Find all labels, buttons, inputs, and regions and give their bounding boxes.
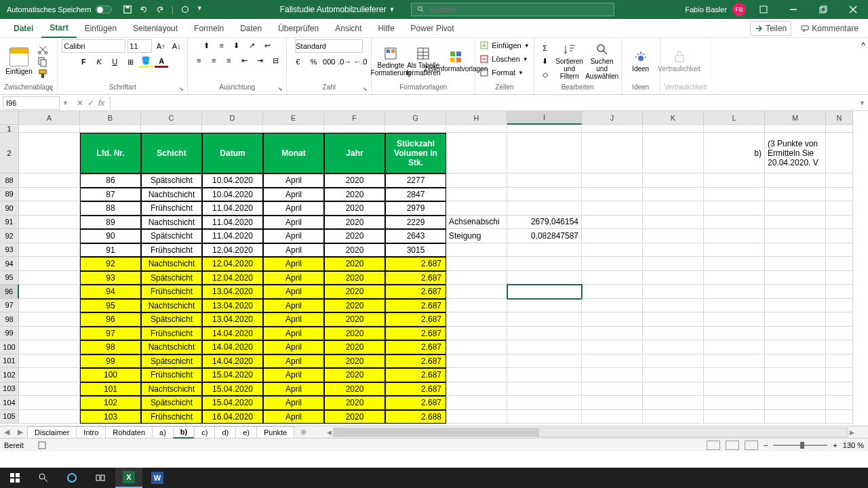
cell[interactable] xyxy=(765,243,826,258)
font-color-button[interactable]: A xyxy=(155,56,168,68)
number-launcher[interactable]: ⬊ xyxy=(363,86,370,93)
cell[interactable] xyxy=(643,243,704,258)
find-select-button[interactable]: Suchen und Auswählen xyxy=(587,41,617,82)
cell[interactable] xyxy=(507,133,582,174)
cell[interactable] xyxy=(765,327,826,341)
cell[interactable]: 2020 xyxy=(324,354,385,369)
cell[interactable] xyxy=(582,125,643,133)
cell[interactable] xyxy=(446,125,507,133)
copy-icon[interactable] xyxy=(37,56,49,67)
cell[interactable]: April xyxy=(263,257,324,271)
cell[interactable]: April xyxy=(263,271,324,285)
cell[interactable] xyxy=(582,312,643,327)
cell[interactable]: 14.04.2020 xyxy=(202,327,263,341)
cell[interactable] xyxy=(507,174,582,188)
cell[interactable] xyxy=(582,133,643,174)
cell[interactable]: Nachtschicht xyxy=(141,216,202,230)
col-header-J[interactable]: J xyxy=(582,111,643,125)
cell[interactable]: Spätschicht xyxy=(141,354,202,369)
cell[interactable] xyxy=(826,125,853,133)
cell[interactable]: 2020 xyxy=(324,188,385,202)
cell[interactable]: 98 xyxy=(80,340,141,354)
cell[interactable] xyxy=(19,312,80,327)
wrap-text-icon[interactable]: ↩ xyxy=(261,39,275,52)
cell[interactable] xyxy=(826,354,853,369)
row-header[interactable]: 1 xyxy=(0,125,19,133)
delete-cells-button[interactable]: Löschen▼ xyxy=(479,53,528,65)
cell[interactable] xyxy=(826,312,853,327)
increase-font-icon[interactable]: A↑ xyxy=(154,40,167,52)
cell[interactable]: Spätschicht xyxy=(141,271,202,285)
cell[interactable] xyxy=(19,216,80,230)
cell[interactable] xyxy=(643,327,704,341)
cell[interactable] xyxy=(704,271,765,285)
cell[interactable]: 88 xyxy=(80,201,141,216)
cell[interactable]: Frühschicht xyxy=(141,285,202,299)
zoom-in-button[interactable]: + xyxy=(833,441,837,449)
row-header[interactable]: 105 xyxy=(0,410,19,424)
cell[interactable]: 2.687 xyxy=(385,396,446,410)
thousands-icon[interactable]: 000 xyxy=(322,56,336,68)
cell[interactable]: 2643 xyxy=(385,229,446,243)
cell[interactable]: April xyxy=(263,368,324,382)
cell[interactable] xyxy=(765,216,826,230)
cell[interactable] xyxy=(704,299,765,313)
cell[interactable] xyxy=(643,125,704,133)
cancel-formula-icon[interactable]: ✕ xyxy=(77,98,83,108)
number-format-select[interactable] xyxy=(295,39,363,53)
row-header[interactable]: 97 xyxy=(0,299,19,313)
cell[interactable] xyxy=(643,354,704,369)
select-all-button[interactable] xyxy=(0,111,19,125)
cell[interactable]: 2.687 xyxy=(385,327,446,341)
sheet-tab[interactable]: d) xyxy=(214,426,236,439)
cell[interactable] xyxy=(19,271,80,285)
cell[interactable] xyxy=(446,312,507,327)
col-header-I[interactable]: I xyxy=(507,111,582,125)
cell[interactable]: April xyxy=(263,382,324,396)
col-header-G[interactable]: G xyxy=(385,111,446,125)
cell[interactable]: 2.687 xyxy=(385,257,446,271)
cell[interactable] xyxy=(826,396,853,410)
cell[interactable] xyxy=(582,396,643,410)
cell[interactable]: 2020 xyxy=(324,299,385,313)
cell[interactable]: 101 xyxy=(80,382,141,396)
expand-formula-icon[interactable]: ▼ xyxy=(856,100,868,106)
cell[interactable] xyxy=(826,271,853,285)
cell[interactable]: April xyxy=(263,327,324,341)
minimize-button[interactable] xyxy=(781,0,806,19)
cell[interactable] xyxy=(704,312,765,327)
new-sheet-button[interactable]: ⊕ xyxy=(294,428,313,436)
cell[interactable] xyxy=(19,285,80,299)
cell[interactable] xyxy=(446,340,507,354)
cell[interactable]: 2.687 xyxy=(385,271,446,285)
comments-button[interactable]: Kommentare xyxy=(797,21,863,36)
taskbar-search-icon[interactable] xyxy=(30,468,57,488)
decrease-font-icon[interactable]: A↓ xyxy=(170,40,183,52)
cell[interactable] xyxy=(643,410,704,424)
cell[interactable] xyxy=(826,229,853,243)
cell[interactable]: 95 xyxy=(80,299,141,313)
cell[interactable] xyxy=(19,354,80,369)
row-header[interactable]: 94 xyxy=(0,257,19,271)
format-as-table-button[interactable]: Als Tabelle formatieren xyxy=(408,41,438,82)
sheet-tab[interactable]: Punkte xyxy=(256,426,294,439)
cell[interactable] xyxy=(704,216,765,230)
tab-review[interactable]: Überprüfen xyxy=(270,19,327,38)
cell[interactable]: 103 xyxy=(80,410,141,424)
cell[interactable]: April xyxy=(263,229,324,243)
cell[interactable] xyxy=(446,271,507,285)
cell[interactable] xyxy=(446,188,507,202)
cell[interactable] xyxy=(643,174,704,188)
cell[interactable] xyxy=(446,201,507,216)
cell[interactable]: 2679,046154 xyxy=(507,216,582,230)
cell[interactable] xyxy=(765,396,826,410)
sheet-nav-prev[interactable]: ◀ xyxy=(0,428,14,436)
col-header-B[interactable]: B xyxy=(80,111,141,125)
percent-icon[interactable]: % xyxy=(307,56,320,68)
row-header[interactable]: 104 xyxy=(0,396,19,410)
align-top-icon[interactable]: ⬆ xyxy=(200,39,214,52)
cell[interactable] xyxy=(582,216,643,230)
cell[interactable]: 2979 xyxy=(385,201,446,216)
fill-icon[interactable]: ⬇ xyxy=(538,56,552,68)
cell[interactable]: 86 xyxy=(80,174,141,188)
